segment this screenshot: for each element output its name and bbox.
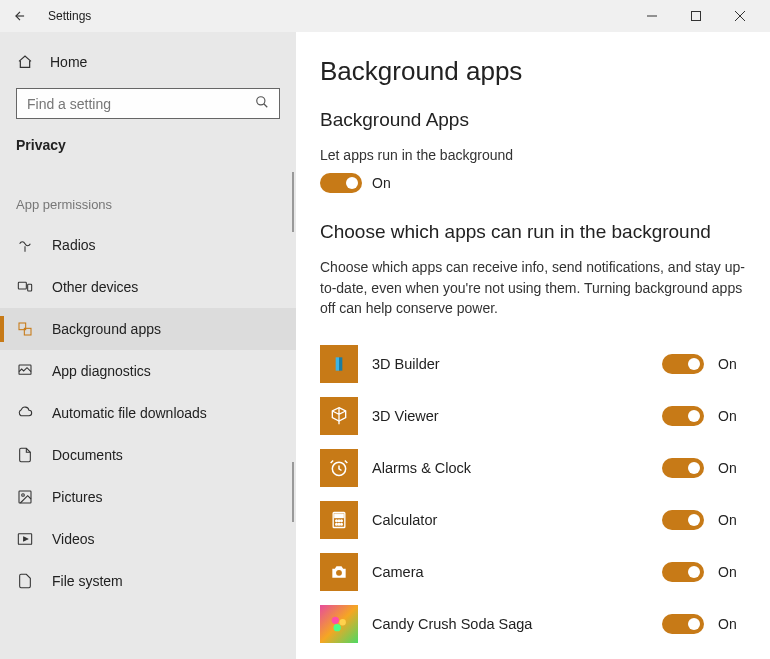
svg-point-24 <box>336 524 338 526</box>
svg-rect-17 <box>339 358 342 371</box>
app-toggle-3d-builder[interactable] <box>662 354 704 374</box>
master-toggle-row: On <box>320 173 746 193</box>
master-toggle[interactable] <box>320 173 362 193</box>
document-icon <box>16 446 34 464</box>
minimize-button[interactable] <box>630 0 674 32</box>
svg-rect-1 <box>692 12 701 21</box>
app-toggle-3d-viewer[interactable] <box>662 406 704 426</box>
svg-rect-7 <box>18 282 26 289</box>
search-icon <box>255 95 269 112</box>
svg-point-23 <box>341 520 343 522</box>
svg-point-26 <box>341 524 343 526</box>
svg-point-28 <box>332 617 339 624</box>
app-name-label: Camera <box>372 564 648 580</box>
app-row-3d-viewer: 3D Viewer On <box>320 390 746 442</box>
app-toggle-state: On <box>718 616 746 632</box>
svg-point-21 <box>336 520 338 522</box>
app-icon-3d-builder <box>320 345 358 383</box>
window-title: Settings <box>48 9 91 23</box>
devices-icon <box>16 278 34 296</box>
app-list: 3D Builder On 3D Viewer On Alarms & Cloc… <box>320 338 746 650</box>
master-toggle-desc: Let apps run in the background <box>320 145 746 165</box>
app-row-3d-builder: 3D Builder On <box>320 338 746 390</box>
svg-rect-20 <box>335 514 343 517</box>
section-heading-master: Background Apps <box>320 109 746 131</box>
app-icon-camera <box>320 553 358 591</box>
search-box[interactable] <box>16 88 280 119</box>
sidebar-item-other-devices[interactable]: Other devices <box>0 266 296 308</box>
svg-rect-16 <box>336 358 339 371</box>
section-heading-apps: Choose which apps can run in the backgro… <box>320 221 746 243</box>
sidebar-item-documents[interactable]: Documents <box>0 434 296 476</box>
diagnostics-icon <box>16 362 34 380</box>
sidebar-item-label: Pictures <box>52 489 103 505</box>
app-row-candy-crush: Candy Crush Soda Saga On <box>320 598 746 650</box>
app-toggle-state: On <box>718 356 746 372</box>
sidebar-item-label: Other devices <box>52 279 138 295</box>
main-content: Background apps Background Apps Let apps… <box>296 32 770 659</box>
back-button[interactable] <box>8 4 32 28</box>
svg-point-22 <box>338 520 340 522</box>
app-toggle-candy-crush[interactable] <box>662 614 704 634</box>
sidebar-home[interactable]: Home <box>0 44 296 80</box>
app-row-camera: Camera On <box>320 546 746 598</box>
svg-rect-8 <box>28 284 32 291</box>
app-body: Home Privacy App permissions Radios <box>0 32 770 659</box>
search-input[interactable] <box>27 96 255 112</box>
app-toggle-state: On <box>718 564 746 580</box>
app-icon-calculator <box>320 501 358 539</box>
sidebar-item-label: Automatic file downloads <box>52 405 207 421</box>
radio-icon <box>16 236 34 254</box>
app-toggle-alarms[interactable] <box>662 458 704 478</box>
svg-point-30 <box>334 624 341 631</box>
app-toggle-state: On <box>718 512 746 528</box>
sidebar-section-label: Privacy <box>0 131 296 171</box>
app-icon-alarms <box>320 449 358 487</box>
sidebar-item-file-system[interactable]: File system <box>0 560 296 602</box>
app-name-label: Calculator <box>372 512 648 528</box>
app-name-label: 3D Builder <box>372 356 648 372</box>
app-toggle-state: On <box>718 408 746 424</box>
background-apps-icon <box>16 320 34 338</box>
sidebar-item-pictures[interactable]: Pictures <box>0 476 296 518</box>
sidebar-scroll-indicator[interactable] <box>292 462 294 522</box>
sidebar-item-app-diagnostics[interactable]: App diagnostics <box>0 350 296 392</box>
sidebar-item-background-apps[interactable]: Background apps <box>0 308 296 350</box>
sidebar-home-label: Home <box>50 54 87 70</box>
maximize-button[interactable] <box>674 0 718 32</box>
close-button[interactable] <box>718 0 762 32</box>
window-controls <box>630 0 762 32</box>
master-toggle-state: On <box>372 175 391 191</box>
app-name-label: Candy Crush Soda Saga <box>372 616 648 632</box>
svg-point-25 <box>338 524 340 526</box>
sidebar-item-label: Radios <box>52 237 96 253</box>
file-system-icon <box>16 572 34 590</box>
app-name-label: Alarms & Clock <box>372 460 648 476</box>
svg-point-13 <box>22 494 25 497</box>
svg-marker-15 <box>24 537 28 541</box>
sidebar-item-label: File system <box>52 573 123 589</box>
app-icon-candy-crush <box>320 605 358 643</box>
videos-icon <box>16 530 34 548</box>
sidebar-item-file-downloads[interactable]: Automatic file downloads <box>0 392 296 434</box>
app-toggle-state: On <box>718 460 746 476</box>
sidebar-item-radios[interactable]: Radios <box>0 224 296 266</box>
sidebar-scroll-indicator[interactable] <box>292 172 294 232</box>
sidebar-item-label: Documents <box>52 447 123 463</box>
titlebar: Settings <box>0 0 770 32</box>
app-row-alarms: Alarms & Clock On <box>320 442 746 494</box>
cloud-icon <box>16 404 34 422</box>
svg-line-5 <box>264 104 268 108</box>
sidebar-item-label: Videos <box>52 531 95 547</box>
app-toggle-calculator[interactable] <box>662 510 704 530</box>
sidebar-item-label: App diagnostics <box>52 363 151 379</box>
svg-point-4 <box>257 97 265 105</box>
app-toggle-camera[interactable] <box>662 562 704 582</box>
sidebar: Home Privacy App permissions Radios <box>0 32 296 659</box>
svg-point-27 <box>336 570 342 576</box>
svg-point-29 <box>339 619 345 625</box>
section-desc-apps: Choose which apps can receive info, send… <box>320 257 746 318</box>
sidebar-item-videos[interactable]: Videos <box>0 518 296 560</box>
page-heading: Background apps <box>320 56 746 87</box>
sidebar-group-label: App permissions <box>0 171 296 224</box>
